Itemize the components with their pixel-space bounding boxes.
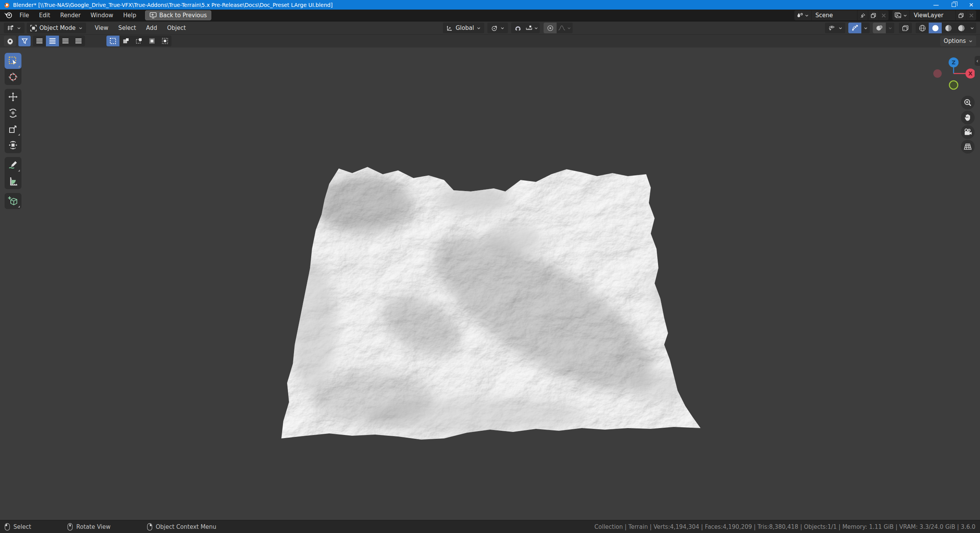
mode-dropdown[interactable]: Object Mode [27, 23, 86, 33]
list-option-4[interactable] [72, 36, 85, 46]
object-visibility-dropdown[interactable] [825, 23, 845, 33]
terrain-mesh[interactable] [276, 161, 708, 444]
mode-label: Object Mode [39, 25, 76, 31]
show-gizmo-toggle[interactable] [848, 23, 861, 33]
back-to-previous-button[interactable]: Back to Previous [145, 10, 211, 20]
camera-icon [963, 128, 972, 136]
close-button[interactable]: ✕ [962, 0, 980, 10]
tool-annotate[interactable] [5, 157, 21, 173]
scale-icon [8, 124, 18, 134]
menu-add[interactable]: Add [141, 23, 162, 33]
options-dropdown[interactable]: Options [940, 36, 976, 46]
viewport-3d[interactable]: Z X ‹ [0, 47, 980, 520]
tool-measure[interactable] [5, 173, 21, 189]
menu-object[interactable]: Object [162, 23, 191, 33]
restore-button[interactable] [945, 0, 962, 10]
menu-window[interactable]: Window [86, 11, 118, 20]
proportional-falloff-dropdown[interactable] [557, 23, 573, 33]
list-option-2[interactable] [46, 36, 59, 46]
select-mode-intersect[interactable] [158, 36, 172, 46]
tool-rotate[interactable] [5, 105, 21, 121]
toggle-xray-button[interactable] [899, 23, 912, 33]
falloff-curve-icon [558, 25, 565, 31]
funnel-icon [21, 38, 28, 44]
lines-icon [75, 38, 82, 44]
add-cube-icon [8, 196, 18, 206]
select-mode-set[interactable] [106, 36, 119, 46]
chevron-down-icon [970, 26, 974, 30]
lines-icon [36, 38, 43, 44]
tool-settings-button[interactable] [4, 36, 16, 46]
new-viewlayer-button[interactable] [956, 10, 966, 20]
tool-select-box[interactable] [5, 53, 21, 69]
blender-logo-icon[interactable] [4, 11, 13, 19]
chevron-down-icon [838, 26, 843, 30]
pivot-point-dropdown[interactable] [487, 23, 508, 33]
chevron-down-icon [500, 26, 505, 30]
select-mode-subtract[interactable] [132, 36, 145, 46]
select-mode-invert[interactable] [145, 36, 158, 46]
solid-sphere-icon [932, 25, 939, 32]
back-to-previous-label: Back to Previous [159, 12, 207, 19]
shading-wireframe-button[interactable] [916, 23, 929, 33]
scene-name-field[interactable]: Scene [811, 10, 857, 20]
snap-target-dropdown[interactable] [524, 23, 540, 33]
list-option-1[interactable] [33, 36, 46, 46]
snap-toggle[interactable] [511, 23, 524, 33]
viewport-header: Object Mode View Select Add Object Globa… [0, 21, 980, 34]
viewlayer-icon [895, 12, 902, 18]
show-overlays-toggle[interactable] [873, 23, 886, 33]
orientation-label: Global [456, 25, 474, 31]
hint-context-menu-label: Object Context Menu [156, 523, 216, 530]
transform-orientation-dropdown[interactable]: Global [443, 23, 484, 33]
browse-scene-button[interactable] [794, 10, 811, 20]
viewlayer-name-field[interactable]: ViewLayer [910, 10, 956, 20]
new-scene-button[interactable] [868, 10, 879, 20]
overlays-group [873, 23, 894, 33]
workspace-back-icon [150, 12, 157, 18]
tool-move[interactable] [5, 89, 21, 105]
menu-select[interactable]: Select [113, 23, 141, 33]
shading-material-button[interactable] [942, 23, 955, 33]
filter-button[interactable] [18, 36, 31, 46]
pan-view-button[interactable] [961, 111, 975, 124]
gizmo-dropdown[interactable] [861, 23, 870, 33]
zoom-view-button[interactable] [961, 96, 975, 110]
tool-scale[interactable] [5, 121, 21, 137]
gizmo-axis-y[interactable] [949, 81, 958, 89]
chevron-down-icon [477, 26, 481, 30]
move-icon [8, 92, 18, 102]
menu-view[interactable]: View [90, 23, 114, 33]
gizmo-axis-x-negative[interactable] [933, 69, 942, 78]
browse-viewlayer-button[interactable] [892, 10, 910, 20]
proportional-editing-toggle[interactable] [544, 23, 557, 33]
list-option-3[interactable] [59, 36, 72, 46]
pin-icon [860, 13, 866, 18]
shading-rendered-button[interactable] [955, 23, 968, 33]
close-x-icon [969, 13, 974, 18]
pivot-point-icon [491, 25, 498, 31]
overlays-icon [876, 25, 883, 31]
menu-edit[interactable]: Edit [34, 11, 55, 20]
minimize-button[interactable]: — [927, 0, 945, 10]
tool-add-cube[interactable] [5, 193, 21, 209]
menu-render[interactable]: Render [55, 11, 85, 20]
navigation-gizmo[interactable]: Z X [933, 52, 975, 95]
tool-transform[interactable] [5, 137, 21, 153]
sidebar-toggle-tab[interactable]: ‹ [975, 56, 980, 66]
pin-scene-button[interactable] [857, 10, 868, 20]
camera-view-button[interactable] [961, 125, 975, 139]
overlays-dropdown[interactable] [886, 23, 894, 33]
shading-solid-button[interactable] [929, 23, 942, 33]
magnifier-plus-icon [964, 98, 972, 107]
editor-type-dropdown[interactable] [4, 23, 24, 33]
menu-file[interactable]: File [15, 11, 34, 20]
visibility-eye-cursor-icon [828, 25, 836, 31]
perspective-toggle-button[interactable] [961, 140, 975, 154]
snapping-group [511, 23, 540, 33]
snap-increment-icon [526, 25, 532, 31]
tool-cursor[interactable] [5, 69, 21, 85]
select-mode-extend[interactable] [119, 36, 132, 46]
menu-help[interactable]: Help [118, 11, 141, 20]
shading-dropdown[interactable] [968, 23, 976, 33]
